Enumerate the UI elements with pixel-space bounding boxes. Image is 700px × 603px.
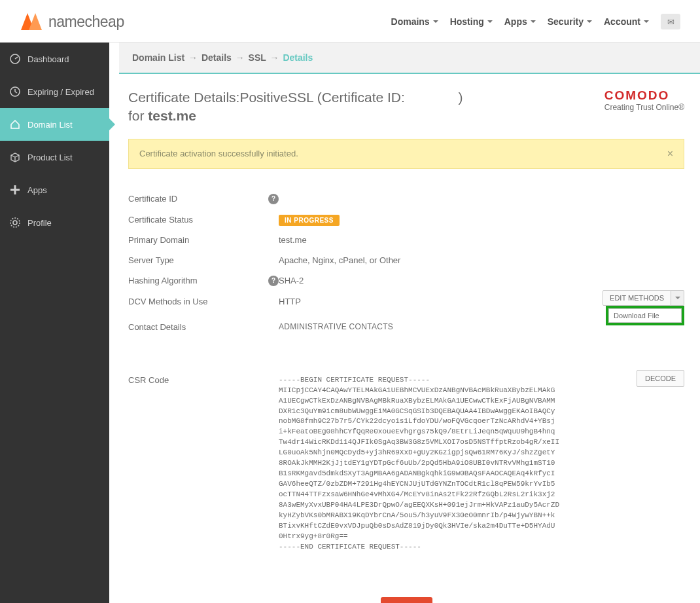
field-server-type: Server Type Apache, Nginx, cPanel, or Ot… (128, 250, 684, 270)
status-badge: IN PROGRESS (279, 215, 340, 226)
sidebar-item-label: Profile (27, 218, 52, 228)
logo-icon (20, 12, 43, 31)
download-file-popover: Download File (606, 306, 684, 325)
chevron-down-icon (587, 20, 592, 23)
breadcrumb: Domain List → Details → SSL → Details (119, 43, 700, 74)
field-csr-code: CSR Code -----BEGIN CERTIFICATE REQUEST-… (128, 370, 684, 558)
home-icon (9, 119, 21, 130)
page-title: Certificate Details:PositiveSSL (Certifi… (128, 88, 463, 126)
vendor-brand: COMODO (604, 88, 684, 103)
field-value: test.me (279, 235, 684, 245)
svg-point-11 (10, 218, 20, 227)
vendor-tagline: Creating Trust Online® (604, 103, 684, 112)
fields: Certificate ID? Certificate Status IN PR… (128, 189, 684, 558)
close-icon[interactable]: × (667, 148, 673, 160)
alert-success: Certificate activation successfully init… (128, 139, 684, 169)
arrow-icon: → (188, 52, 198, 63)
chevron-down-icon (644, 20, 649, 23)
sidebar-item-domain-list[interactable]: Domain List (0, 108, 109, 141)
nav-apps[interactable]: Apps (504, 16, 536, 27)
arrow-icon: → (270, 52, 279, 63)
breadcrumb-current: Details (283, 52, 313, 63)
nav-hosting[interactable]: Hosting (450, 16, 493, 27)
edit-methods-dropdown[interactable] (671, 290, 684, 306)
chevron-down-icon (675, 297, 680, 299)
logo[interactable]: namecheap (20, 12, 124, 31)
header: namecheap Domains Hosting Apps Security … (0, 0, 700, 43)
sidebar: Dashboard Expiring / Expired Domain List… (0, 43, 109, 603)
chevron-down-icon (433, 20, 438, 23)
mail-button[interactable]: ✉ (661, 14, 680, 29)
svg-line-5 (11, 155, 15, 157)
help-icon[interactable]: ? (268, 276, 279, 286)
edit-methods-button[interactable]: EDIT METHODS (603, 290, 671, 306)
nav-domains[interactable]: Domains (391, 16, 438, 27)
gear-icon (9, 217, 21, 228)
top-nav: Domains Hosting Apps Security Account ✉ (391, 14, 680, 29)
sidebar-item-label: Product List (27, 153, 73, 162)
sidebar-item-label: Apps (27, 185, 47, 195)
clock-icon (9, 86, 21, 98)
field-contact-details: Contact Details ADMINISTRATIVE CONTACTS (128, 317, 684, 337)
field-value: SHA-2 (279, 276, 684, 285)
sidebar-item-profile[interactable]: Profile (0, 206, 109, 239)
breadcrumb-item[interactable]: SSL (249, 52, 266, 63)
nav-security[interactable]: Security (548, 16, 592, 27)
main: Domain List → Details → SSL → Details Ce… (109, 43, 700, 603)
svg-line-6 (15, 155, 19, 157)
alert-text: Certificate activation successfully init… (139, 149, 298, 158)
field-hashing-algorithm: Hashing Algorithm? SHA-2 (128, 270, 684, 291)
sidebar-item-label: Dashboard (27, 54, 69, 64)
chevron-down-icon (487, 20, 493, 23)
chevron-down-icon (531, 20, 536, 23)
sidebar-item-product-list[interactable]: Product List (0, 141, 109, 174)
logo-text: namecheap (48, 13, 124, 31)
sidebar-item-label: Expiring / Expired (27, 87, 94, 97)
csr-code-block: -----BEGIN CERTIFICATE REQUEST----- MIIC… (279, 375, 684, 553)
svg-line-1 (15, 57, 18, 59)
svg-line-4 (15, 92, 17, 93)
box-icon (9, 151, 21, 163)
decode-button[interactable]: DECODE (637, 370, 684, 387)
sidebar-item-apps[interactable]: Apps (0, 174, 109, 206)
breadcrumb-item[interactable]: Domain List (132, 52, 184, 63)
mail-icon: ✉ (667, 17, 674, 27)
vendor-badge: COMODO Creating Trust Online® (604, 88, 684, 112)
plus-icon (9, 184, 21, 196)
help-icon[interactable]: ? (268, 194, 279, 204)
sidebar-item-label: Domain List (27, 120, 73, 130)
sidebar-item-dashboard[interactable]: Dashboard (0, 43, 109, 75)
field-certificate-status: Certificate Status IN PROGRESS (128, 210, 684, 230)
breadcrumb-item[interactable]: Details (201, 52, 232, 63)
nav-account[interactable]: Account (604, 16, 649, 27)
edit-methods-group: EDIT METHODS Download File (603, 290, 684, 306)
field-primary-domain: Primary Domain test.me (128, 230, 684, 250)
download-file-link[interactable]: Download File (608, 308, 682, 323)
arrow-icon: → (236, 52, 245, 63)
title-row: Certificate Details:PositiveSSL (Certifi… (128, 88, 684, 126)
sidebar-item-expiring[interactable]: Expiring / Expired (0, 75, 109, 108)
done-row: Done (128, 597, 684, 603)
title-domain: test.me (148, 108, 196, 123)
svg-point-10 (13, 221, 17, 225)
field-value: Apache, Nginx, cPanel, or Other (279, 255, 684, 265)
done-button[interactable]: Done (381, 597, 432, 603)
field-dcv-methods: DCV Methods in Use HTTP EDIT METHODS Dow… (128, 291, 684, 312)
gauge-icon (9, 53, 21, 65)
field-certificate-id: Certificate ID? (128, 189, 684, 210)
